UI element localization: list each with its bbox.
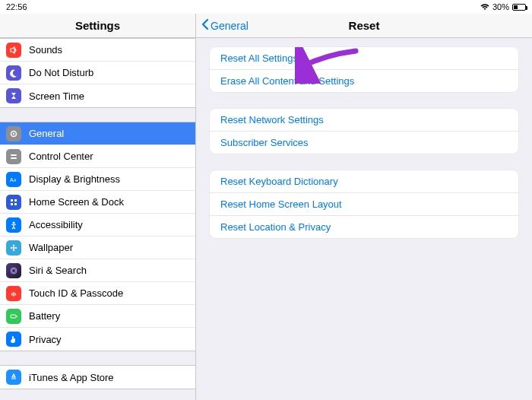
settings-sidebar: Settings Sounds Do Not Disturb — [0, 14, 196, 400]
svg-rect-8 — [11, 203, 13, 205]
svg-rect-6 — [11, 199, 13, 202]
svg-rect-19 — [17, 316, 17, 317]
battery-icon — [512, 4, 526, 11]
person-icon — [6, 217, 21, 233]
sidebar-group-1: Sounds Do Not Disturb Screen Time — [0, 38, 195, 108]
hand-icon — [6, 332, 21, 347]
svg-point-11 — [13, 246, 15, 249]
sidebar-item-label: Screen Time — [29, 90, 188, 102]
sidebar-item-label: Privacy — [29, 334, 188, 345]
detail-header: General Reset — [196, 14, 532, 38]
sidebar-item-label: Accessibility — [29, 219, 188, 230]
svg-rect-9 — [14, 203, 17, 205]
sidebar-item-screentime[interactable]: Screen Time — [0, 84, 195, 107]
erase-all-content[interactable]: Erase All Content and Settings — [210, 70, 518, 92]
sidebar-item-label: Display & Brightness — [29, 173, 188, 185]
reset-section-1: Reset All Settings Erase All Content and… — [210, 47, 518, 92]
sidebar-item-label: Home Screen & Dock — [29, 196, 188, 208]
flower-icon — [6, 240, 21, 256]
fingerprint-icon — [6, 286, 21, 301]
sidebar-item-display[interactable]: AA Display & Brightness — [0, 168, 195, 191]
svg-rect-18 — [11, 315, 16, 318]
svg-point-10 — [13, 221, 15, 224]
sidebar-group-3: iTunes & App Store — [0, 365, 195, 389]
sidebar-item-controlcenter[interactable]: Control Center — [0, 145, 195, 168]
sidebar-item-label: Battery — [29, 310, 188, 322]
reset-section-3: Reset Keyboard Dictionary Reset Home Scr… — [210, 170, 518, 238]
moon-icon — [6, 65, 21, 81]
reset-section-2: Reset Network Settings Subscriber Servic… — [210, 109, 518, 154]
detail-title: Reset — [349, 19, 380, 32]
svg-rect-3 — [11, 157, 17, 159]
svg-rect-7 — [14, 199, 17, 202]
sidebar-item-general[interactable]: General — [0, 122, 195, 145]
sidebar-item-label: Wallpaper — [29, 242, 188, 253]
hourglass-icon — [6, 88, 21, 103]
switches-icon — [6, 149, 21, 164]
siri-icon — [6, 263, 21, 278]
chevron-left-icon — [201, 18, 209, 33]
sidebar-item-homescreen[interactable]: Home Screen & Dock — [0, 191, 195, 214]
back-button[interactable]: General — [201, 14, 249, 37]
svg-text:A: A — [14, 178, 17, 183]
gear-icon — [6, 126, 21, 141]
sidebar-item-dnd[interactable]: Do Not Disturb — [0, 62, 195, 84]
sidebar-item-label: Control Center — [29, 151, 188, 162]
sidebar-item-label: General — [29, 128, 188, 139]
status-time: 22:56 — [6, 2, 27, 11]
svg-point-14 — [11, 246, 12, 248]
sidebar-item-accessibility[interactable]: Accessibility — [0, 214, 195, 237]
sidebar-item-label: Sounds — [29, 44, 188, 56]
reset-network-settings[interactable]: Reset Network Settings — [210, 109, 518, 132]
wifi-icon — [480, 3, 489, 11]
reset-keyboard-dictionary[interactable]: Reset Keyboard Dictionary — [210, 170, 518, 193]
svg-rect-2 — [11, 154, 17, 156]
sidebar-item-privacy[interactable]: Privacy — [0, 328, 195, 351]
svg-point-12 — [13, 244, 14, 246]
battery-row-icon — [6, 309, 21, 324]
sidebar-item-label: Touch ID & Passcode — [29, 287, 188, 299]
subscriber-services[interactable]: Subscriber Services — [210, 132, 518, 154]
status-right: 30% — [480, 2, 526, 11]
reset-all-settings[interactable]: Reset All Settings — [210, 47, 518, 70]
battery-percent: 30% — [492, 2, 509, 11]
detail-pane: General Reset Reset All Settings Erase A… — [196, 14, 532, 400]
sidebar-item-touchid[interactable]: Touch ID & Passcode — [0, 282, 195, 305]
sidebar-item-wallpaper[interactable]: Wallpaper — [0, 237, 195, 259]
sidebar-item-label: iTunes & App Store — [29, 372, 188, 383]
back-label: General — [211, 20, 249, 32]
sidebar-item-battery[interactable]: Battery — [0, 305, 195, 328]
reset-location-privacy[interactable]: Reset Location & Privacy — [210, 216, 518, 238]
sidebar-item-appstore[interactable]: iTunes & App Store — [0, 366, 195, 389]
status-bar: 22:56 30% — [0, 0, 532, 14]
text-size-icon: AA — [6, 172, 21, 187]
sidebar-group-2: General Control Center AA Display & Brig… — [0, 122, 195, 351]
sidebar-item-siri[interactable]: Siri & Search — [0, 259, 195, 282]
svg-point-13 — [13, 249, 14, 250]
sidebar-item-sounds[interactable]: Sounds — [0, 39, 195, 62]
sidebar-item-label: Siri & Search — [29, 265, 188, 276]
svg-point-15 — [15, 246, 17, 248]
sounds-icon — [6, 43, 21, 58]
sidebar-title: Settings — [0, 14, 195, 38]
grid-icon — [6, 195, 21, 210]
svg-point-1 — [13, 132, 14, 134]
sidebar-item-label: Do Not Disturb — [29, 67, 188, 78]
reset-home-screen-layout[interactable]: Reset Home Screen Layout — [210, 193, 518, 216]
appstore-icon — [6, 370, 21, 385]
svg-point-17 — [12, 268, 16, 272]
